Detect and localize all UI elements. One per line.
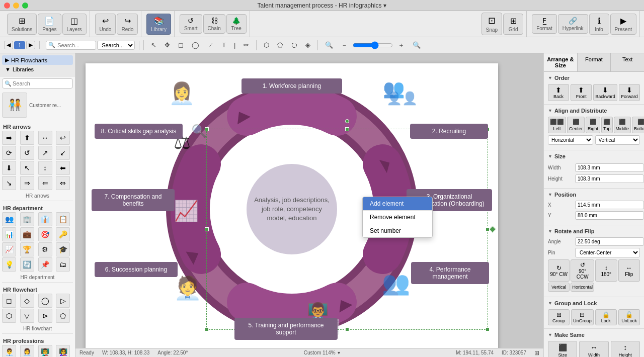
lib-item[interactable]: ◯ (38, 294, 52, 308)
lib-item[interactable]: ⬡ (2, 309, 16, 323)
resize-handle[interactable]: ⊞ (534, 349, 539, 356)
page-indicator[interactable]: 1 (14, 41, 25, 49)
snap-button[interactable]: ⊡ Snap (481, 13, 502, 35)
lib-item[interactable]: ▽ (20, 309, 34, 323)
lib-item[interactable]: 🎓 (56, 242, 70, 256)
flip-v-tool[interactable]: ⬠ (274, 40, 286, 50)
canvas-area[interactable]: Analysis, job descriptions, job role, co… (75, 53, 543, 357)
lib-item[interactable]: ↘ (2, 176, 16, 190)
angle-input[interactable] (575, 237, 644, 246)
section-make-same-title[interactable]: Make Same (548, 332, 640, 338)
node-succession[interactable]: 6. Succession planning (95, 262, 178, 277)
nav-item-flowcharts[interactable]: ▶ HR Flowcharts (2, 55, 73, 65)
height-input[interactable] (575, 174, 644, 183)
context-menu-remove-element[interactable]: Remove element (363, 211, 432, 224)
lib-item[interactable]: 💼 (20, 227, 34, 241)
lib-item[interactable]: ↕ (38, 161, 52, 175)
lib-item[interactable]: 👨‍💼 (2, 345, 16, 357)
order-front-button[interactable]: ⬆ Front (571, 84, 592, 101)
grid-button[interactable]: ⊞ Grid (503, 14, 523, 35)
make-same-height-button[interactable]: ↕ Height (611, 341, 640, 357)
rotate-90cw-button[interactable]: ↻ 90° CW (548, 259, 570, 282)
align-top-button[interactable]: ⬛Top (601, 117, 613, 133)
sidebar-search-input[interactable] (2, 78, 73, 88)
pen-tool[interactable]: ✏ (240, 40, 252, 50)
horizontal-select[interactable]: Horizontal (548, 135, 593, 145)
flip-button[interactable]: ↔ Flip (618, 259, 640, 282)
lib-item[interactable]: 💡 (2, 257, 16, 272)
width-input[interactable] (575, 163, 644, 172)
smart-button[interactable]: ↺ Smart (180, 14, 202, 34)
align-middle-button[interactable]: ⬛Middle (614, 117, 631, 133)
context-menu-add-element[interactable]: Add element (363, 197, 432, 210)
section-align-title[interactable]: Align and Distribute (548, 108, 640, 114)
align-bottom-button[interactable]: ⬛Bottom (632, 117, 644, 133)
text-tool[interactable]: T (219, 40, 229, 50)
page-next-button[interactable]: ▶ (26, 41, 35, 49)
zoom-in-tool[interactable]: 🔍 (322, 40, 336, 50)
group-button[interactable]: ⊞ Group (548, 309, 570, 325)
lib-item[interactable]: ⬆ (20, 131, 34, 145)
info-button[interactable]: ℹ Info (589, 14, 609, 35)
preview-icon[interactable]: 🧑‍🤝‍🧑 (2, 93, 27, 118)
library-button[interactable]: 📚 Library (146, 14, 171, 35)
lib-item[interactable]: 👩‍🏫 (56, 345, 70, 357)
move-tool[interactable]: ✥ (162, 40, 173, 50)
rotate-tool[interactable]: ⭮ (288, 40, 300, 50)
lib-item[interactable]: 📋 (56, 212, 70, 226)
lib-item[interactable]: ↙ (56, 146, 70, 160)
layers-button[interactable]: ◫ Layers (62, 14, 87, 35)
search-scope-select[interactable]: Search... (97, 41, 135, 50)
order-forward-button[interactable]: ⬇ Forward (619, 84, 640, 101)
lib-section-hr-dept[interactable]: HR department (2, 203, 73, 212)
zoom-out-tool[interactable]: 🔍 (410, 40, 424, 50)
unlock-button[interactable]: 🔓 UnLock (618, 309, 640, 325)
lib-item[interactable]: ⇔ (56, 176, 70, 190)
lib-item[interactable]: 🔑 (56, 227, 70, 241)
lib-item[interactable]: ⚙ (38, 242, 52, 256)
lib-item[interactable]: ↺ (20, 146, 34, 160)
lib-item[interactable]: ⇒ (20, 176, 34, 190)
lib-item[interactable]: ↖ (20, 161, 34, 175)
lib-item[interactable]: ⬅ (56, 161, 70, 175)
pages-button[interactable]: 📄 Pages (38, 14, 61, 35)
section-group-title[interactable]: Group and Lock (548, 300, 640, 306)
ungroup-button[interactable]: ⊟ UnGroup (571, 309, 594, 325)
flip-h-tool[interactable]: ⬡ (261, 40, 272, 50)
lib-item[interactable]: 🔄 (20, 257, 34, 272)
ellipse-tool[interactable]: ◯ (189, 40, 202, 50)
lib-item[interactable]: 👨‍🏫 (38, 345, 52, 357)
node-compensation[interactable]: 7. Compensation and benefits (92, 189, 175, 211)
tab-arrange-size[interactable]: Arrange & Size (544, 53, 578, 71)
section-order-title[interactable]: Order (548, 75, 640, 81)
node-recruiting[interactable]: 2. Recruiting (410, 124, 488, 139)
nav-item-libraries[interactable]: ▼ Libraries (2, 65, 73, 74)
y-input[interactable] (575, 211, 644, 220)
lock-button[interactable]: 🔒 Lock (595, 309, 617, 325)
zoom-slider-minus[interactable]: － (338, 39, 351, 51)
zoom-slider-plus[interactable]: ＋ (395, 39, 408, 51)
undo-button[interactable]: ↩ Undo (95, 14, 116, 35)
lib-item[interactable]: ◇ (20, 294, 34, 308)
connector-tool[interactable]: | (231, 40, 238, 50)
order-backward-button[interactable]: ⬇ Backward (593, 84, 617, 101)
lib-item[interactable]: ⇐ (38, 176, 52, 190)
lib-item[interactable]: 🗂 (56, 257, 70, 272)
align-center-button[interactable]: ⬛Center (567, 117, 585, 133)
tree-button[interactable]: 🌲 Tree (226, 14, 247, 34)
hyperlink-button[interactable]: 🔗 Hyperlink (558, 14, 588, 34)
flip-vertical-button[interactable]: Vertical (548, 283, 570, 292)
zoom-slider[interactable] (353, 41, 393, 49)
lib-item[interactable]: 📌 (38, 257, 52, 272)
lib-item[interactable]: 🏆 (20, 242, 34, 256)
lib-item[interactable]: 🏢 (20, 212, 34, 226)
lib-item[interactable]: ⊳ (38, 309, 52, 323)
section-rotate-title[interactable]: Rotate and Flip (548, 228, 640, 234)
x-input[interactable] (575, 201, 644, 209)
lib-item[interactable]: ➡ (2, 131, 16, 145)
redo-button[interactable]: ↪ Redo (117, 14, 138, 35)
lib-item[interactable]: 📊 (2, 227, 16, 241)
lib-section-hr-professions[interactable]: HR professions (2, 336, 73, 345)
lib-section-hr-arrows[interactable]: HR arrows (2, 122, 73, 131)
lib-item[interactable]: 👔 (38, 212, 52, 226)
